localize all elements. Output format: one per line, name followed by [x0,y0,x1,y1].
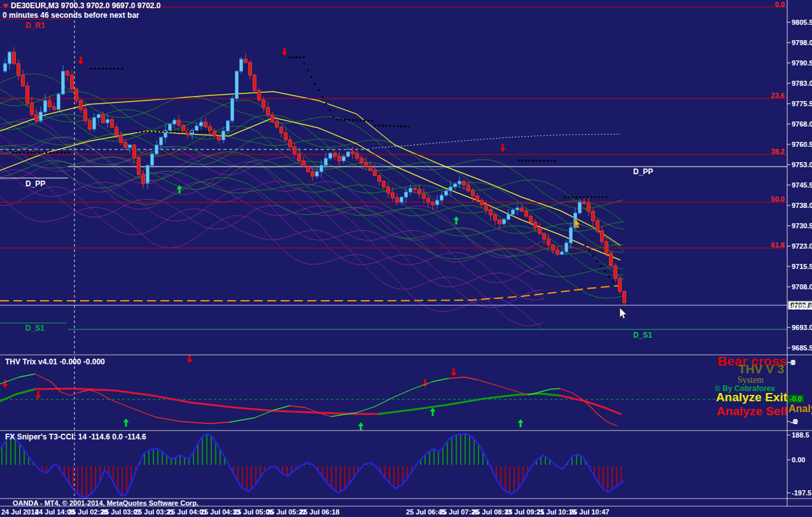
level-label-d-pp-right: D_PP [633,168,653,176]
thv-up-arrow-icon [123,418,129,427]
stop-dot [57,151,59,153]
price-tick: 9790.5 [792,59,812,67]
stop-dot [102,67,104,69]
stop-dot [206,130,208,132]
thv-system-name: THV V 3 [738,363,784,376]
level-label-d-s1-right: D_S1 [633,331,652,340]
stop-dot [19,151,21,153]
magenta-ribbon-line [0,170,543,308]
stop-dot [299,56,301,58]
candle [26,86,29,103]
candle [115,127,118,135]
candle [374,170,377,176]
thv-up-arrow-icon [518,419,524,427]
candle [195,126,199,130]
candle [48,100,52,107]
thv-current-value-badge: -0.0 [788,395,804,403]
stop-dot [31,151,32,153]
candle [39,112,43,121]
stop-dot [15,151,17,153]
mt4-chart-window: DE30EUR,M3 9700.3 9702.0 9697.0 9702.0 0… [0,0,812,517]
candle [302,161,305,167]
candle [204,122,207,127]
candle [8,52,11,64]
stop-dot [596,260,598,262]
stop-dot [332,116,334,118]
stop-dot [191,130,193,132]
stop-dot [183,130,185,132]
stop-dot [49,151,51,153]
candle [436,200,439,205]
price-tick: 9760.5 [792,141,812,148]
fib-level-label: 38.2 [771,148,785,155]
candle [623,291,626,303]
fib-level-label: 61.8 [771,241,785,249]
price-tick: 9745.5 [792,181,812,189]
cci-line [0,434,624,497]
candle [75,89,78,100]
candle [351,152,354,153]
candle [547,239,550,245]
stop-dot [176,130,178,132]
stop-dot [584,244,586,246]
candle [400,197,403,202]
stop-dot [172,130,174,132]
price-tick: 188.5 [792,431,809,439]
price-tick: 9708.0 [792,283,812,291]
candle [325,158,328,165]
candle [53,107,56,109]
sell-arrow-icon [282,48,288,56]
time-tick: 25 Jul 10:47 [570,508,609,516]
symbol-ohlc-overlay: DE30EUR,M3 9700.3 9702.0 9697.0 9702.0 [11,2,161,10]
candle [124,142,127,148]
candle [66,71,69,75]
stop-dot [601,196,603,198]
stop-dot [164,130,166,132]
stop-dot [550,160,552,162]
candle [4,64,7,71]
candle [249,62,252,75]
fib-level-label: 50.0 [771,195,785,203]
stop-dot [202,130,204,132]
candle [449,187,452,191]
stop-dot [344,119,346,121]
candle [213,132,216,136]
candle [178,120,181,125]
magenta-ribbon-line [0,144,543,283]
stop-dot [547,160,549,162]
candle [543,233,546,239]
stop-dot [199,130,200,132]
stop-dot [600,265,602,267]
stop-dot [292,56,294,58]
stop-dot [288,56,290,58]
stop-dot [318,89,319,91]
candle [151,154,154,165]
price-tick: 9798.0 [792,39,812,46]
stop-dot [543,160,545,162]
candle [84,109,87,121]
candle [445,191,448,195]
stop-dot [187,130,189,132]
candle [276,121,279,127]
stop-dot [113,67,115,69]
candle [218,136,221,140]
candle [57,94,60,109]
candle [409,188,412,192]
stop-dot [363,120,365,121]
candle [106,120,109,123]
stop-dot [67,151,69,153]
stop-dot [594,196,596,198]
stop-dot [575,196,577,198]
stop-dot [517,159,519,161]
stop-dot [604,270,606,272]
candle [583,202,586,203]
candle [369,167,372,170]
candle [521,208,524,211]
stop-dot [38,151,39,153]
stop-dot [11,151,13,153]
candle [463,181,466,185]
stop-dot [325,102,327,104]
candle [320,165,323,172]
candle [552,245,555,250]
candle [387,187,390,193]
